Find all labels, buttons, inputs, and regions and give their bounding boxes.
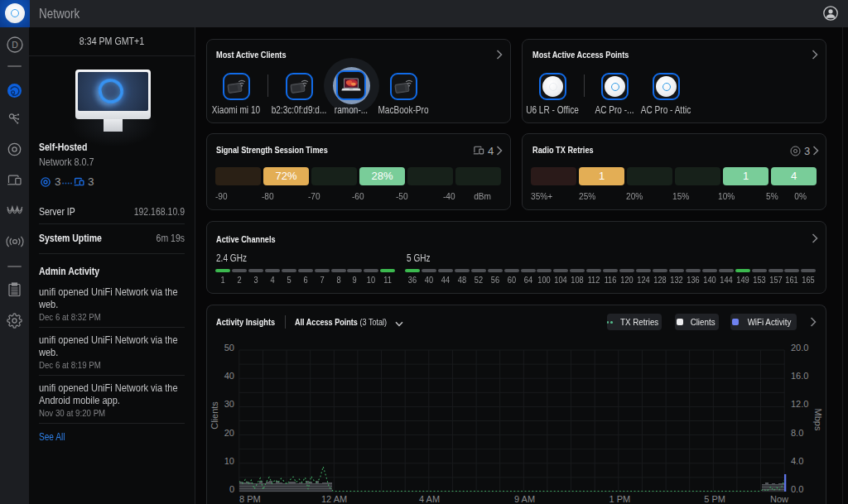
svg-text:0.0: 0.0	[791, 484, 803, 494]
svg-text:10: 10	[224, 456, 234, 466]
svg-text:9 AM: 9 AM	[514, 494, 535, 504]
svg-text:12 AM: 12 AM	[321, 494, 347, 504]
svg-text:4 AM: 4 AM	[419, 494, 440, 504]
svg-text:Clients: Clients	[210, 401, 219, 430]
svg-text:20.0: 20.0	[791, 343, 808, 353]
svg-text:8 PM: 8 PM	[239, 494, 261, 504]
svg-text:50: 50	[224, 343, 234, 353]
svg-text:1 PM: 1 PM	[610, 494, 631, 504]
svg-text:30: 30	[224, 399, 234, 409]
svg-text:12.0: 12.0	[791, 399, 808, 409]
svg-text:5 PM: 5 PM	[704, 494, 725, 504]
svg-text:4.0: 4.0	[791, 456, 803, 466]
svg-text:Now: Now	[770, 494, 788, 504]
svg-text:40: 40	[224, 371, 234, 381]
svg-text:16.0: 16.0	[791, 371, 808, 381]
svg-text:0: 0	[229, 484, 234, 494]
svg-text:20: 20	[224, 428, 234, 438]
svg-text:8.0: 8.0	[791, 428, 803, 438]
svg-text:Mbps: Mbps	[813, 409, 823, 431]
svg-text:D: D	[12, 40, 18, 50]
